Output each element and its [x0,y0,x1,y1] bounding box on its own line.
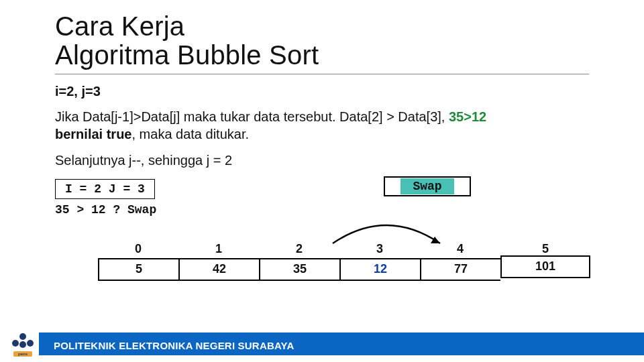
array-diagram: 0 1 2 3 4 5 5 42 35 12 77 101 [55,223,589,297]
value-cell: 77 [420,258,500,281]
para-true: bernilai true [55,127,131,141]
state-label: i=2, j=3 [55,84,589,99]
value-cell: 101 [500,255,590,278]
footer: POLITEKNIK ELEKTRONIKA NEGERI SURABAYA p… [0,326,644,362]
svg-text:pens: pens [18,352,28,356]
compare-highlight: 35>12 [449,109,486,124]
index-row: 0 1 2 3 4 5 [98,242,590,256]
index-cell: 2 [259,242,339,256]
ij-box: I = 2 J = 3 [55,179,155,199]
condition-text: 35 > 12 ? Swap [55,203,156,217]
para-tail: , maka data ditukar. [131,127,249,141]
slide-title: Cara KerjaAlgoritma Bubble Sort [55,12,589,74]
value-cell: 35 [259,258,339,281]
footer-text: POLITEKNIK ELEKTRONIKA NEGERI SURABAYA [54,340,294,351]
value-cell: 42 [178,258,259,281]
index-cell: 5 [500,242,590,256]
svg-point-4 [19,341,26,348]
swap-label: Swap [400,178,453,194]
svg-point-2 [12,340,19,347]
index-cell: 0 [98,242,178,256]
para-lead: Jika Data[j-1]>Data[j] maka tukar data t… [55,109,449,124]
index-cell: 4 [420,242,500,256]
svg-point-3 [27,340,34,347]
value-cell-highlight: 12 [339,258,420,281]
index-cell: 3 [339,242,420,256]
explanation-paragraph: Jika Data[j-1]>Data[j] maka tukar data t… [55,109,589,143]
value-cell: 5 [98,258,178,281]
index-cell: 1 [178,242,259,256]
value-row: 5 42 35 12 77 101 [98,258,590,281]
svg-point-1 [19,333,26,340]
pens-logo-icon: pens [8,328,38,358]
next-step: Selanjutnya j--, sehingga j = 2 [55,153,589,168]
swap-badge: Swap [384,176,471,196]
